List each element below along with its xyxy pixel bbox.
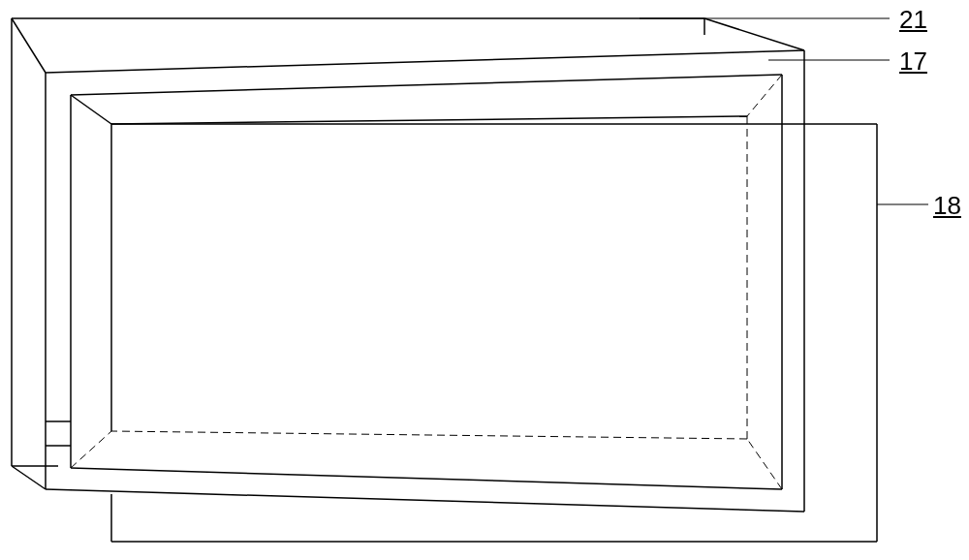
label-18: 18 xyxy=(933,191,961,221)
svg-line-6 xyxy=(46,50,804,73)
svg-line-14 xyxy=(12,466,46,489)
svg-line-17 xyxy=(111,116,747,124)
svg-line-15 xyxy=(71,95,111,124)
label-17: 17 xyxy=(899,47,927,77)
svg-line-8 xyxy=(46,489,804,512)
box-drawing xyxy=(0,0,969,560)
svg-line-5 xyxy=(704,18,804,50)
svg-line-16 xyxy=(747,75,782,116)
label-21: 21 xyxy=(899,5,927,35)
svg-line-19 xyxy=(111,431,747,439)
svg-line-4 xyxy=(12,18,46,73)
svg-line-10 xyxy=(71,75,782,95)
svg-line-12 xyxy=(71,468,782,489)
technical-diagram: 21 17 18 xyxy=(0,0,969,560)
svg-line-22 xyxy=(747,439,782,489)
svg-line-21 xyxy=(71,431,111,468)
